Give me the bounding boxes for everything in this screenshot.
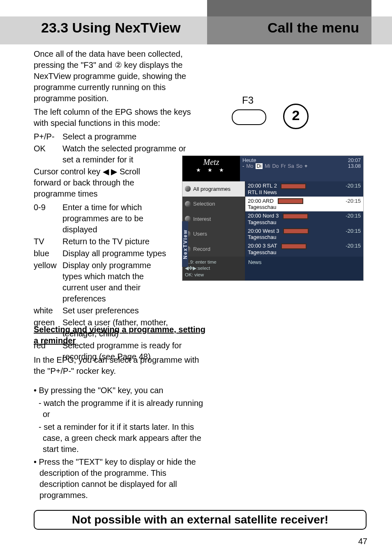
radio-icon bbox=[185, 186, 191, 192]
osd-prog-row-selected: 20:00 ARD -20:15 Tagesschau bbox=[245, 197, 363, 212]
f3-label: F3 bbox=[242, 95, 254, 106]
day: So bbox=[296, 163, 302, 169]
osd-date-label: Heute bbox=[242, 158, 256, 163]
key-desc: Select a programme bbox=[62, 131, 198, 142]
metz-logo: Metz bbox=[182, 158, 240, 167]
prog-time: 20:00 bbox=[248, 228, 261, 234]
progress-bar bbox=[278, 198, 303, 204]
subheading: Selecting and viewing a programme, setti… bbox=[34, 324, 206, 346]
section2-p1: In the EPG, you can select a programme w… bbox=[34, 354, 206, 377]
bullet-item: • Press the "TEXT" key to display or hid… bbox=[34, 456, 206, 501]
prog-time: 20:00 bbox=[248, 243, 261, 249]
osd-prog-row: 20:00 West 3 -20:15 Tagesschau bbox=[245, 227, 363, 242]
key-name: yellow bbox=[34, 260, 62, 304]
prog-title: Tagesschau bbox=[248, 249, 276, 255]
progress-bar bbox=[281, 183, 306, 189]
osd-sidebar-item: Interest bbox=[182, 211, 245, 227]
day: Do bbox=[272, 163, 279, 169]
prog-end: -20:15 bbox=[346, 213, 361, 219]
prog-channel: ARD bbox=[262, 198, 273, 204]
osd-clock: 20:07 bbox=[348, 158, 361, 163]
key-desc: Set user preferences bbox=[62, 305, 169, 316]
osd-date: 13.08 bbox=[348, 163, 361, 169]
prog-end: -20:15 bbox=[346, 198, 361, 204]
body-text-block-1: Once all of the data have been collected… bbox=[34, 49, 198, 363]
prog-end: -20:15 bbox=[346, 243, 361, 249]
key-row: P+/P- Select a programme bbox=[34, 131, 198, 142]
key-row: blue Display all programme types bbox=[34, 248, 169, 259]
key-name: blue bbox=[34, 248, 62, 259]
osd-prog-row: 20:00 RTL 2 -20:15 RTL II News bbox=[245, 181, 363, 197]
prog-end: -20:15 bbox=[346, 228, 361, 234]
footnote-box: Not possible with an external satellite … bbox=[34, 510, 367, 530]
page-number: 47 bbox=[358, 537, 367, 546]
osd-sidebar-label: Selection bbox=[193, 201, 215, 207]
prog-title: Tagesschau bbox=[248, 234, 276, 240]
key-name: white bbox=[34, 305, 62, 316]
key-name: OK bbox=[34, 143, 62, 165]
progress-bar bbox=[283, 213, 308, 219]
osd-help-box: 0..9: enter time ◀✥▶:select OK: view bbox=[182, 257, 245, 281]
osd-logo-cell: Metz ★ ★ ★ bbox=[182, 156, 240, 181]
osd-sidebar-label: Interest bbox=[193, 216, 211, 222]
key-row: TV Return to the TV picture bbox=[34, 236, 169, 247]
prog-end: -20:15 bbox=[346, 183, 361, 189]
circled-number: 2 bbox=[283, 104, 309, 129]
dash-item: - set a reminder for it if it starts lat… bbox=[34, 422, 206, 455]
prog-time: 20:00 bbox=[248, 213, 261, 219]
prog-channel: 3 SAT bbox=[263, 243, 277, 249]
prog-channel: Nord 3 bbox=[263, 213, 279, 219]
bullet-item: • By pressing the "OK" key, you can bbox=[34, 385, 206, 396]
osd-sidebar-label: Users bbox=[193, 231, 207, 237]
logo-stars: ★ ★ ★ bbox=[182, 167, 240, 173]
osd-sidebar-item: Record bbox=[182, 241, 245, 257]
f3-button-shape bbox=[232, 109, 266, 125]
osd-prog-row: 20:00 3 SAT -20:15 Tagesschau bbox=[245, 241, 363, 257]
key-name: P+/P- bbox=[34, 131, 62, 142]
prog-channel: West 3 bbox=[263, 228, 279, 234]
call-menu-title: Call the menu bbox=[267, 20, 359, 36]
key-desc: Display all programme types bbox=[62, 248, 169, 259]
body-text-block-2: Selecting and viewing a programme, setti… bbox=[34, 324, 206, 503]
prog-time: 20:00 bbox=[248, 183, 261, 189]
prog-title: Tagesschau bbox=[248, 219, 276, 225]
osd-prog-row: 20:00 Nord 3 -20:15 Tagesschau bbox=[245, 211, 363, 227]
osd-sidebar-label: All programmes bbox=[193, 186, 231, 192]
prog-channel: RTL 2 bbox=[263, 183, 277, 189]
key-name: 0-9 bbox=[34, 202, 62, 235]
prog-time: 20:00 bbox=[248, 198, 261, 204]
osd-days-row: - Mo Di Mi Do Fr Sa So + bbox=[242, 163, 307, 169]
key-row: OK Watch the selected programme or set a… bbox=[34, 143, 198, 165]
osd-news-label: News bbox=[248, 259, 262, 265]
day: Mi bbox=[265, 163, 270, 169]
osd-sidebar-item: Selection bbox=[182, 197, 245, 212]
help-line: ◀✥▶:select bbox=[185, 265, 242, 272]
progress-bar bbox=[281, 243, 307, 249]
osd-screenshot: Metz ★ ★ ★ Heute 20:07 - Mo Di Mi Do Fr bbox=[182, 155, 364, 281]
key-name: TV bbox=[34, 236, 62, 247]
key-row: white Set user preferences bbox=[34, 305, 169, 316]
remote-illustration: F3 2 bbox=[228, 95, 339, 136]
key-row: yellow Display only programme types whic… bbox=[34, 260, 169, 304]
key-desc: Return to the TV picture bbox=[62, 236, 169, 247]
help-line: 0..9: enter time bbox=[185, 259, 242, 266]
prog-title: RTL II News bbox=[248, 189, 277, 195]
day: Fr bbox=[281, 163, 286, 169]
osd-vertical-label: NexTView bbox=[182, 221, 188, 267]
help-line: OK: view bbox=[185, 272, 242, 278]
key-row: 0-9 Enter a time for which programmes ar… bbox=[34, 202, 169, 235]
osd-sidebar-label: Record bbox=[193, 246, 210, 252]
osd-sidebar-item: All programmes bbox=[182, 181, 245, 197]
intro-p2: The left column of the EPG shows the key… bbox=[34, 107, 198, 129]
day: Mo bbox=[246, 163, 253, 169]
top-dark-strip bbox=[207, 0, 371, 16]
intro-p1: Once all of the data have been collected… bbox=[34, 49, 198, 104]
cursor-line: Cursor control key ◀ ▶ Scroll forward or… bbox=[34, 166, 169, 199]
days-plus-icon: + bbox=[304, 163, 307, 169]
key-desc: Watch the selected programme or set a re… bbox=[62, 143, 198, 165]
key-desc: Enter a time for which programmes are to… bbox=[62, 202, 169, 235]
section-title: 23.3 Using NexTView bbox=[41, 20, 181, 36]
key-desc: Display only programme types which match… bbox=[62, 260, 169, 304]
osd-news-box: News bbox=[245, 257, 363, 281]
osd-header-right: Heute 20:07 - Mo Di Mi Do Fr Sa So + bbox=[240, 156, 363, 181]
